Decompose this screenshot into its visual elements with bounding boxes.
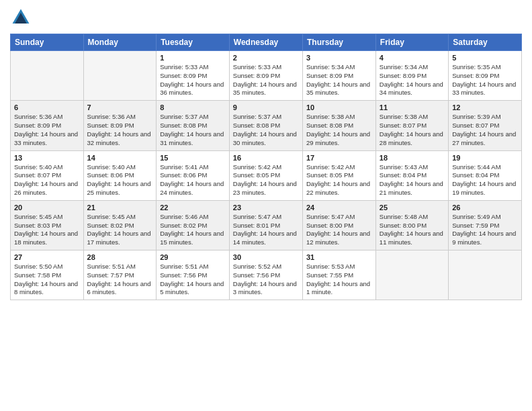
day-info: Sunrise: 5:33 AMSunset: 8:09 PMDaylight:… [233, 63, 299, 97]
day-number: 14 [87, 154, 153, 162]
day-info: Sunrise: 5:37 AMSunset: 8:08 PMDaylight:… [160, 113, 226, 147]
day-number: 2 [233, 54, 299, 62]
calendar-cell: 21Sunrise: 5:45 AMSunset: 8:02 PMDayligh… [83, 200, 157, 250]
day-number: 13 [14, 154, 80, 162]
day-info: Sunrise: 5:48 AMSunset: 8:00 PMDaylight:… [380, 213, 445, 247]
day-number: 22 [160, 203, 226, 212]
day-info: Sunrise: 5:42 AMSunset: 8:05 PMDaylight:… [306, 163, 372, 197]
day-info: Sunrise: 5:39 AMSunset: 8:07 PMDaylight:… [452, 113, 518, 147]
calendar-cell: 9Sunrise: 5:37 AMSunset: 8:08 PMDaylight… [229, 101, 302, 150]
calendar-cell [375, 250, 448, 300]
calendar-cell: 26Sunrise: 5:49 AMSunset: 7:59 PMDayligh… [449, 200, 522, 250]
weekday-header: Monday [83, 34, 157, 51]
calendar-week-row: 20Sunrise: 5:45 AMSunset: 8:03 PMDayligh… [11, 200, 522, 250]
day-info: Sunrise: 5:42 AMSunset: 8:05 PMDaylight:… [233, 163, 299, 197]
day-info: Sunrise: 5:41 AMSunset: 8:06 PMDaylight:… [160, 163, 226, 197]
day-number: 20 [14, 203, 80, 212]
day-number: 7 [87, 103, 153, 111]
day-info: Sunrise: 5:44 AMSunset: 8:04 PMDaylight:… [452, 163, 518, 197]
calendar-cell: 17Sunrise: 5:42 AMSunset: 8:05 PMDayligh… [303, 150, 376, 200]
calendar-cell [83, 51, 157, 101]
day-info: Sunrise: 5:35 AMSunset: 8:09 PMDaylight:… [452, 63, 518, 97]
day-info: Sunrise: 5:53 AMSunset: 7:55 PMDaylight:… [306, 263, 372, 297]
calendar-cell: 18Sunrise: 5:43 AMSunset: 8:04 PMDayligh… [375, 150, 448, 200]
day-info: Sunrise: 5:51 AMSunset: 7:57 PMDaylight:… [87, 263, 153, 297]
day-info: Sunrise: 5:33 AMSunset: 8:09 PMDaylight:… [160, 63, 226, 97]
day-info: Sunrise: 5:36 AMSunset: 8:09 PMDaylight:… [87, 113, 153, 147]
calendar-week-row: 6Sunrise: 5:36 AMSunset: 8:09 PMDaylight… [11, 101, 522, 150]
day-info: Sunrise: 5:45 AMSunset: 8:03 PMDaylight:… [14, 213, 80, 247]
day-number: 24 [306, 203, 372, 212]
day-number: 4 [380, 54, 445, 62]
day-number: 17 [306, 154, 372, 162]
day-info: Sunrise: 5:43 AMSunset: 8:04 PMDaylight:… [380, 163, 445, 197]
calendar-cell [11, 51, 84, 101]
day-number: 8 [160, 103, 226, 111]
calendar-cell: 4Sunrise: 5:34 AMSunset: 8:09 PMDaylight… [375, 51, 448, 101]
day-info: Sunrise: 5:34 AMSunset: 8:09 PMDaylight:… [380, 63, 445, 97]
day-info: Sunrise: 5:52 AMSunset: 7:56 PMDaylight:… [233, 263, 299, 297]
calendar-cell: 27Sunrise: 5:50 AMSunset: 7:58 PMDayligh… [11, 250, 84, 300]
day-info: Sunrise: 5:47 AMSunset: 8:00 PMDaylight:… [306, 213, 372, 247]
day-info: Sunrise: 5:38 AMSunset: 8:08 PMDaylight:… [306, 113, 372, 147]
day-number: 6 [14, 103, 80, 111]
day-number: 5 [452, 54, 518, 62]
calendar-cell: 6Sunrise: 5:36 AMSunset: 8:09 PMDaylight… [11, 101, 84, 150]
calendar-cell: 23Sunrise: 5:47 AMSunset: 8:01 PMDayligh… [229, 200, 302, 250]
calendar-cell: 11Sunrise: 5:38 AMSunset: 8:07 PMDayligh… [375, 101, 448, 150]
calendar-cell: 5Sunrise: 5:35 AMSunset: 8:09 PMDaylight… [449, 51, 522, 101]
calendar-cell: 8Sunrise: 5:37 AMSunset: 8:08 PMDaylight… [157, 101, 230, 150]
weekday-header: Friday [375, 34, 448, 51]
day-number: 3 [306, 54, 372, 62]
day-info: Sunrise: 5:37 AMSunset: 8:08 PMDaylight:… [233, 113, 299, 147]
day-number: 18 [380, 154, 445, 162]
calendar-cell: 1Sunrise: 5:33 AMSunset: 8:09 PMDaylight… [157, 51, 230, 101]
day-number: 16 [233, 154, 299, 162]
day-info: Sunrise: 5:40 AMSunset: 8:07 PMDaylight:… [14, 163, 80, 197]
day-info: Sunrise: 5:36 AMSunset: 8:09 PMDaylight:… [14, 113, 80, 147]
calendar-header-row: SundayMondayTuesdayWednesdayThursdayFrid… [11, 34, 522, 51]
day-info: Sunrise: 5:50 AMSunset: 7:58 PMDaylight:… [14, 263, 80, 297]
day-number: 27 [14, 253, 80, 261]
day-number: 26 [452, 203, 518, 212]
calendar-cell: 20Sunrise: 5:45 AMSunset: 8:03 PMDayligh… [11, 200, 84, 250]
calendar-cell: 10Sunrise: 5:38 AMSunset: 8:08 PMDayligh… [303, 101, 376, 150]
day-number: 31 [306, 253, 372, 261]
calendar-cell: 31Sunrise: 5:53 AMSunset: 7:55 PMDayligh… [303, 250, 376, 300]
calendar-cell: 19Sunrise: 5:44 AMSunset: 8:04 PMDayligh… [449, 150, 522, 200]
calendar-week-row: 1Sunrise: 5:33 AMSunset: 8:09 PMDaylight… [11, 51, 522, 101]
calendar-cell: 12Sunrise: 5:39 AMSunset: 8:07 PMDayligh… [449, 101, 522, 150]
calendar-week-row: 27Sunrise: 5:50 AMSunset: 7:58 PMDayligh… [11, 250, 522, 300]
weekday-header: Wednesday [229, 34, 302, 51]
calendar-cell: 2Sunrise: 5:33 AMSunset: 8:09 PMDaylight… [229, 51, 302, 101]
calendar-cell [449, 250, 522, 300]
day-number: 10 [306, 103, 372, 111]
day-number: 1 [160, 54, 226, 62]
day-info: Sunrise: 5:34 AMSunset: 8:09 PMDaylight:… [306, 63, 372, 97]
weekday-header: Sunday [11, 34, 84, 51]
day-info: Sunrise: 5:46 AMSunset: 8:02 PMDaylight:… [160, 213, 226, 247]
day-info: Sunrise: 5:51 AMSunset: 7:56 PMDaylight:… [160, 263, 226, 297]
day-number: 21 [87, 203, 153, 212]
day-number: 9 [233, 103, 299, 111]
day-info: Sunrise: 5:49 AMSunset: 7:59 PMDaylight:… [452, 213, 518, 247]
calendar-cell: 16Sunrise: 5:42 AMSunset: 8:05 PMDayligh… [229, 150, 302, 200]
calendar-cell: 15Sunrise: 5:41 AMSunset: 8:06 PMDayligh… [157, 150, 230, 200]
day-number: 11 [380, 103, 445, 111]
day-number: 12 [452, 103, 518, 111]
calendar-cell: 30Sunrise: 5:52 AMSunset: 7:56 PMDayligh… [229, 250, 302, 300]
day-number: 19 [452, 154, 518, 162]
day-number: 15 [160, 154, 226, 162]
day-number: 25 [380, 203, 445, 212]
calendar-cell: 3Sunrise: 5:34 AMSunset: 8:09 PMDaylight… [303, 51, 376, 101]
logo-icon [10, 7, 32, 28]
calendar-cell: 13Sunrise: 5:40 AMSunset: 8:07 PMDayligh… [11, 150, 84, 200]
page-header [10, 7, 522, 28]
day-info: Sunrise: 5:47 AMSunset: 8:01 PMDaylight:… [233, 213, 299, 247]
calendar-cell: 22Sunrise: 5:46 AMSunset: 8:02 PMDayligh… [157, 200, 230, 250]
day-number: 30 [233, 253, 299, 261]
weekday-header: Thursday [303, 34, 376, 51]
day-number: 28 [87, 253, 153, 261]
calendar-week-row: 13Sunrise: 5:40 AMSunset: 8:07 PMDayligh… [11, 150, 522, 200]
weekday-header: Tuesday [157, 34, 230, 51]
